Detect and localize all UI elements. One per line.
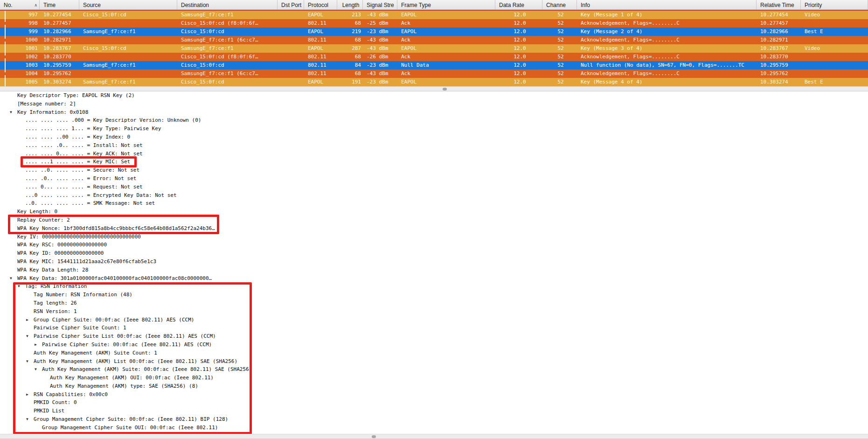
detail-line[interactable]: RSN Version: 1 [0,307,868,316]
column-header-no[interactable]: No.∧ [0,0,40,10]
detail-line[interactable]: ▼Auth Key Management (AKM) List 00:0f:ac… [0,357,868,366]
collapse-icon[interactable]: ▼ [10,274,17,283]
packet-row[interactable]: 100010.282971SamsungE_f7:ce:f1 (6c:c7…80… [0,36,868,44]
column-header-frame-type[interactable]: Frame Type [397,0,495,10]
detail-line[interactable]: ▼Key Information: 0x0108 [0,108,868,117]
cell-source [79,70,177,78]
detail-line[interactable]: Key Descriptor Type: EAPOL RSN Key (2) [0,91,868,100]
packet-row[interactable]: 100410.295762SamsungE_f7:ce:f1 (6c:c7…80… [0,70,868,78]
packet-row[interactable]: 100310.295759SamsungE_f7:ce:f1Cisco_15:0… [0,61,868,70]
cell-priority: Best E [801,78,868,86]
detail-line[interactable]: Auth Key Management (AKM) Suite Count: 1 [0,349,868,357]
detail-line[interactable]: ▶Group Cipher Suite: 00:0f:ac (Ieee 802.… [0,316,868,324]
cell-time: 10.282966 [40,28,79,36]
horizontal-scrollbar[interactable] [0,86,868,91]
column-header-time[interactable]: Time [40,0,79,10]
detail-line[interactable]: ▼Pairwise Cipher Suite List 00:0f:ac (Ie… [0,332,868,341]
detail-line[interactable]: Key Length: 0 [0,208,868,216]
cell-info: Acknowledgement, Flags=........C [577,36,757,44]
detail-line[interactable]: Auth Key Management (AKM) OUI: 00:0f:ac … [0,374,868,382]
cell-source [79,53,177,61]
detail-line[interactable]: WPA Key Data Length: 28 [0,266,868,274]
detail-line[interactable]: .... ..0. .... .... = Secure: Not set [0,166,868,174]
cell-signal: -23 dBm [363,61,397,70]
detail-line-text: WPA Key Nonce: 1bf300dfd815a8b4cc9bbbcf6… [17,225,215,231]
collapse-icon[interactable]: ▼ [26,357,34,366]
detail-line[interactable]: ▼Group Management Cipher Suite: 00:0f:ac… [0,415,868,424]
detail-line[interactable]: ▼WPA Key Data: 301a0100000fac040100000fa… [0,274,868,283]
detail-line[interactable]: .... 0... .... .... = Request: Not set [0,183,868,191]
collapse-icon[interactable]: ▼ [26,332,34,341]
collapse-icon[interactable]: ▼ [10,108,17,117]
detail-line[interactable]: Key IV: 00000000000000000000000000000000 [0,233,868,241]
detail-line[interactable]: WPA Key RSC: 0000000000000000 [0,241,868,249]
related-packet-marker [5,53,6,61]
cell-relative-time: 10.282971 [757,36,801,44]
scrollbar-thumb[interactable] [443,88,447,91]
scrollbar-thumb[interactable] [372,435,376,438]
expand-icon[interactable]: ▶ [26,390,34,399]
column-header-relative-time[interactable]: Relative Time [757,0,801,10]
column-header-length[interactable]: Length [337,0,363,10]
column-header-info[interactable]: Info [577,0,757,10]
detail-line[interactable]: Group Management Cipher Suite OUI: 00:0f… [0,424,868,432]
detail-line[interactable]: ..0. .... .... .... = SMK Message: Not s… [0,199,868,208]
detail-line[interactable]: WPA Key MIC: 15441111d21aaa2c67e80f6cfab… [0,258,868,266]
detail-line[interactable]: .... .... .0.. .... = Install: Not set [0,141,868,150]
detail-line[interactable]: .... ...1 .... .... = Key MIC: Set [0,158,868,166]
collapse-icon[interactable]: ▼ [26,415,34,424]
column-header-priority[interactable]: Priority [801,0,868,10]
collapse-icon[interactable]: ▼ [18,282,25,291]
cell-time: 10.282971 [40,36,79,44]
packet-row[interactable]: 100210.283770Cisco_15:0f:cd (f8:0f:6f…80… [0,53,868,61]
cell-no: 1002 [0,53,40,61]
expand-icon[interactable]: ▶ [35,341,42,349]
detail-line[interactable]: Tag length: 26 [0,299,868,307]
detail-line[interactable]: Auth Key Management (AKM) type: SAE (SHA… [0,382,868,390]
related-packet-marker [5,28,6,36]
packet-row[interactable]: 100110.283767Cisco_15:0f:cdSamsungE_f7:c… [0,44,868,53]
detail-line[interactable]: .... .... 0... .... = Key ACK: Not set [0,150,868,158]
detail-line[interactable]: ▶Pairwise Cipher Suite: 00:0f:ac (Ieee 8… [0,341,868,349]
column-header-dst-port[interactable]: Dst Port [278,0,304,10]
detail-line[interactable]: ▶RSN Capabilities: 0x00c0 [0,390,868,399]
packet-row[interactable]: 99810.277457Cisco_15:0f:cd (f8:0f:6f…802… [0,19,868,28]
column-header-destination[interactable]: Destination [177,0,278,10]
detail-line[interactable]: Tag Number: RSN Information (48) [0,291,868,299]
detail-line[interactable]: .... .0.. .... .... = Error: Not set [0,174,868,183]
detail-line-text: Group Cipher Suite: 00:0f:ac (Ieee 802.1… [34,317,194,323]
packet-row[interactable]: 99910.282966SamsungE_f7:ce:f1Cisco_15:0f… [0,28,868,36]
cell-no: 997 [0,11,40,19]
column-header-data-rate[interactable]: Data Rate [495,0,542,10]
bottom-scrollbar[interactable] [0,434,868,439]
column-header-channel[interactable]: Channe [542,0,577,10]
detail-line-text: .... .... .... 1... = Key Type: Pairwise… [25,125,161,132]
detail-line[interactable]: Pairwise Cipher Suite Count: 1 [0,324,868,332]
detail-line[interactable]: .... .... .... .000 = Key Descriptor Ver… [0,116,868,125]
column-header-signal[interactable]: Signal Stre [363,0,397,10]
detail-line[interactable]: WPA Key ID: 0000000000000000 [0,249,868,258]
column-header-source[interactable]: Source [79,0,177,10]
packet-row[interactable]: 99710.277454Cisco_15:0f:cdSamsungE_f7:ce… [0,11,868,19]
cell-length: 191 [337,78,363,86]
detail-line-text: Tag Number: RSN Information (48) [34,292,132,298]
detail-line[interactable]: .... .... .... 1... = Key Type: Pairwise… [0,125,868,133]
detail-line[interactable]: Replay Counter: 2 [0,216,868,224]
expand-icon[interactable]: ▶ [26,316,34,324]
detail-line[interactable]: ▼Auth Key Management (AKM) Suite: 00:0f:… [0,365,868,374]
cell-relative-time: 10.283770 [757,53,801,61]
detail-line-text: WPA Key RSC: 0000000000000000 [17,242,107,248]
collapse-icon[interactable]: ▼ [35,365,42,374]
detail-line-text: Auth Key Management (AKM) List 00:0f:ac … [34,358,237,364]
detail-line[interactable]: WPA Key Nonce: 1bf300dfd815a8b4cc9bbbcf6… [0,224,868,233]
detail-line[interactable]: PMKID List [0,407,868,415]
detail-line[interactable]: ...0 .... .... .... = Encrypted Key Data… [0,191,868,200]
column-header-protocol[interactable]: Protocol [304,0,337,10]
detail-line[interactable]: [Message number: 2] [0,100,868,108]
packet-row[interactable]: 100510.303274SamsungE_f7:ce:f1Cisco_15:0… [0,78,868,86]
detail-line[interactable]: ▼Tag: RSN Information [0,282,868,291]
cell-priority: Video [801,11,868,19]
detail-line[interactable]: PMKID Count: 0 [0,398,868,407]
cell-relative-time: 10.277457 [757,19,801,28]
detail-line[interactable]: .... .... ..00 .... = Key Index: 0 [0,133,868,141]
